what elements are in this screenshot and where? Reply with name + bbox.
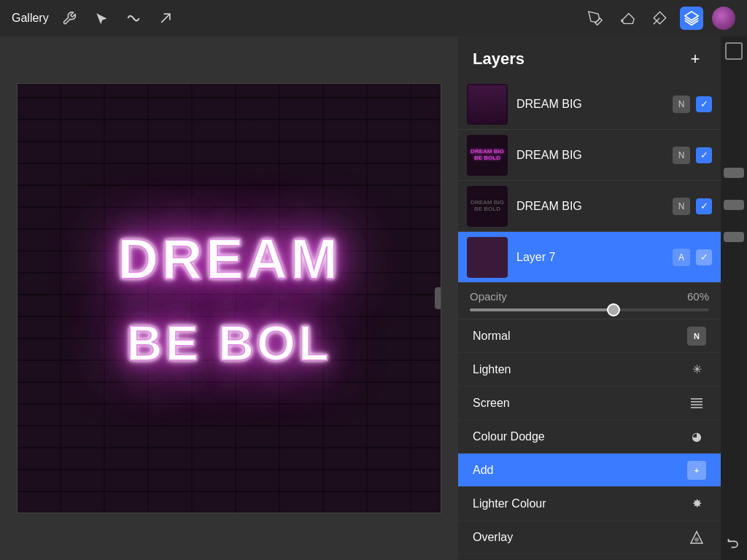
layer-check-3[interactable]: ✓ — [696, 198, 712, 214]
avatar[interactable] — [712, 7, 735, 30]
layer-item-4[interactable]: Layer 7 A ✓ — [458, 232, 721, 283]
layer-thumb-4 — [467, 237, 508, 278]
opacity-slider[interactable] — [470, 308, 709, 311]
blend-mode-lighten-label: Lighten — [473, 363, 511, 376]
cursor-icon[interactable] — [90, 7, 113, 30]
layer-check-1[interactable]: ✓ — [696, 96, 712, 112]
layer-thumb-2-text: DREAM BIGBE BOLD — [471, 149, 504, 162]
layers-title: Layers — [473, 50, 525, 69]
blend-icon-normal: N — [687, 327, 706, 346]
eraser-icon[interactable] — [616, 7, 639, 30]
neon-line-2: BE BOL — [127, 314, 332, 371]
blend-mode-screen-label: Screen — [473, 397, 510, 410]
layer-name-3: DREAM BIG — [516, 200, 673, 213]
s-tool-icon[interactable] — [122, 7, 145, 30]
toolbar-right — [584, 7, 735, 30]
layer-thumb-3: DREAM BIGBE BOLD — [467, 186, 508, 227]
pen-tool-icon[interactable] — [584, 7, 607, 30]
blend-mode-normal-label: Normal — [473, 330, 511, 343]
blend-mode-normal[interactable]: Normal N — [458, 319, 721, 353]
undo-button[interactable] — [724, 532, 744, 553]
opacity-label: Opacity — [470, 290, 507, 303]
layer-item-1[interactable]: DREAM BIG N ✓ — [458, 79, 721, 130]
blend-mode-lighter-colour-label: Lighter Colour — [473, 497, 546, 510]
strip-square — [725, 42, 743, 60]
canvas-image: DREAM BE BOL ‹ — [17, 83, 441, 513]
layer-name-4: Layer 7 — [516, 251, 673, 264]
layers-icon[interactable] — [680, 7, 703, 30]
layer-item-3[interactable]: DREAM BIGBE BOLD DREAM BIG N ✓ — [458, 181, 721, 232]
layer-item-2[interactable]: DREAM BIGBE BOLD DREAM BIG N ✓ — [458, 130, 721, 181]
blend-icon-colour-dodge: ◕ — [687, 427, 706, 446]
blend-icon-overlay — [687, 528, 706, 547]
neon-text-container: DREAM BE BOL — [18, 84, 441, 513]
opacity-section: Opacity 60% — [458, 283, 721, 319]
layer-name-1: DREAM BIG — [516, 98, 673, 111]
toolbar-left: Gallery — [12, 7, 177, 30]
opacity-value: 60% — [687, 290, 709, 303]
layer-badge-4: A — [673, 249, 690, 266]
opacity-row: Opacity 60% — [470, 290, 709, 303]
strip-slider-3[interactable] — [724, 232, 744, 242]
blend-modes-list: Normal N Lighten ✳ Screen Colour Dodge — [458, 319, 721, 560]
layer-name-2: DREAM BIG — [516, 149, 673, 162]
tool-strip — [721, 36, 747, 560]
blend-mode-soft-light[interactable]: Soft Light — [458, 554, 721, 560]
wrench-icon[interactable] — [58, 7, 81, 30]
layer-thumb-1 — [467, 84, 508, 125]
blend-mode-colour-dodge[interactable]: Colour Dodge ◕ — [458, 420, 721, 454]
layer-badge-2: N — [673, 147, 690, 164]
layer-check-4[interactable]: ✓ — [696, 249, 712, 265]
blend-icon-screen — [687, 394, 706, 413]
layer-badge-3: N — [673, 198, 690, 215]
layer-check-2[interactable]: ✓ — [696, 147, 712, 163]
blend-mode-overlay-label: Overlay — [473, 531, 513, 544]
blend-icon-lighter-colour: ✸ — [687, 494, 706, 513]
layers-header: Layers + — [458, 36, 721, 79]
opacity-fill — [470, 308, 614, 311]
layer-thumb-2: DREAM BIGBE BOLD — [467, 135, 508, 176]
svg-point-7 — [694, 537, 699, 542]
right-panel: Layers + DREAM BIG N ✓ DREAM BIGBE BOLD … — [458, 36, 721, 560]
smudge-icon[interactable] — [648, 7, 671, 30]
arrow-icon[interactable] — [154, 7, 177, 30]
canvas-area: DREAM BE BOL ‹ — [0, 36, 458, 560]
blend-mode-lighter-colour[interactable]: Lighter Colour ✸ — [458, 487, 721, 521]
svg-line-0 — [161, 14, 170, 23]
layer-thumb-3-text: DREAM BIGBE BOLD — [471, 200, 504, 213]
blend-icon-add: + — [687, 461, 706, 480]
blend-mode-screen[interactable]: Screen — [458, 386, 721, 420]
blend-icon-lighten: ✳ — [687, 360, 706, 379]
add-layer-button[interactable]: + — [684, 48, 706, 70]
blend-mode-overlay[interactable]: Overlay — [458, 521, 721, 554]
strip-slider-1[interactable] — [724, 168, 744, 178]
layer-badge-1: N — [673, 96, 690, 113]
blend-mode-lighten[interactable]: Lighten ✳ — [458, 353, 721, 386]
neon-line-1: DREAM — [117, 226, 341, 292]
gallery-button[interactable]: Gallery — [12, 12, 49, 25]
blend-mode-add-label: Add — [473, 464, 493, 477]
blend-mode-colour-dodge-label: Colour Dodge — [473, 430, 545, 443]
strip-slider-2[interactable] — [724, 200, 744, 210]
opacity-thumb[interactable] — [607, 303, 620, 316]
canvas-handle[interactable]: ‹ — [435, 287, 441, 309]
blend-mode-add[interactable]: Add + — [458, 454, 721, 487]
toolbar: Gallery — [0, 0, 747, 36]
